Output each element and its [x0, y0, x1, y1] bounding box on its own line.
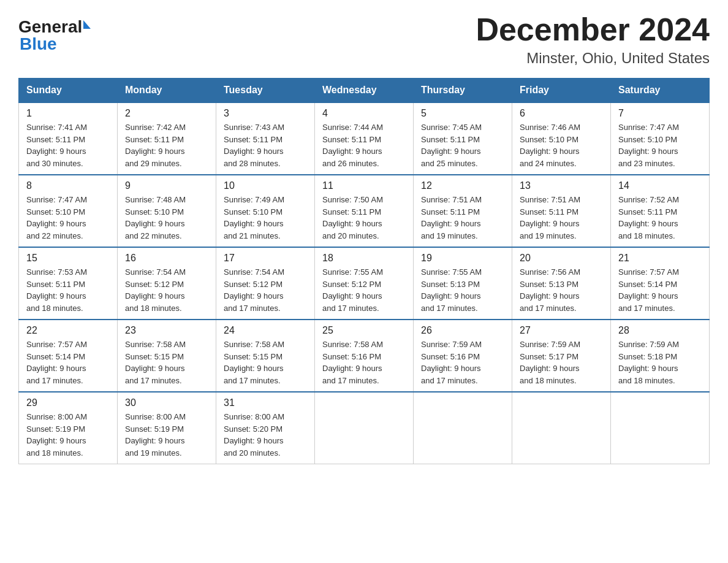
table-row: 30Sunrise: 8:00 AMSunset: 5:19 PMDayligh… — [118, 392, 216, 464]
table-row: 2Sunrise: 7:42 AMSunset: 5:11 PMDaylight… — [118, 102, 216, 175]
day-number: 30 — [125, 397, 208, 408]
day-number: 8 — [26, 180, 110, 191]
location-title: Minster, Ohio, United States — [476, 50, 710, 67]
table-row: 27Sunrise: 7:59 AMSunset: 5:17 PMDayligh… — [512, 320, 611, 392]
day-info: Sunrise: 7:55 AMSunset: 5:13 PMDaylight:… — [421, 266, 504, 314]
table-row: 21Sunrise: 7:57 AMSunset: 5:14 PMDayligh… — [611, 247, 710, 320]
table-row: 13Sunrise: 7:51 AMSunset: 5:11 PMDayligh… — [512, 175, 611, 247]
table-row: 22Sunrise: 7:57 AMSunset: 5:14 PMDayligh… — [19, 320, 118, 392]
day-number: 24 — [224, 325, 307, 336]
title-area: December 2024 Minster, Ohio, United Stat… — [476, 12, 710, 67]
day-info: Sunrise: 7:47 AMSunset: 5:10 PMDaylight:… — [618, 121, 702, 169]
table-row: 26Sunrise: 7:59 AMSunset: 5:16 PMDayligh… — [414, 320, 512, 392]
table-row: 20Sunrise: 7:56 AMSunset: 5:13 PMDayligh… — [512, 247, 611, 320]
calendar-week-row: 15Sunrise: 7:53 AMSunset: 5:11 PMDayligh… — [19, 247, 710, 320]
table-row — [315, 392, 414, 464]
day-info: Sunrise: 7:44 AMSunset: 5:11 PMDaylight:… — [322, 121, 406, 169]
header-friday: Friday — [512, 79, 611, 103]
day-info: Sunrise: 7:41 AMSunset: 5:11 PMDaylight:… — [26, 121, 110, 169]
table-row: 11Sunrise: 7:50 AMSunset: 5:11 PMDayligh… — [315, 175, 414, 247]
header-saturday: Saturday — [611, 79, 710, 103]
day-number: 22 — [26, 325, 110, 336]
table-row: 31Sunrise: 8:00 AMSunset: 5:20 PMDayligh… — [216, 392, 315, 464]
header-sunday: Sunday — [19, 79, 118, 103]
table-row: 10Sunrise: 7:49 AMSunset: 5:10 PMDayligh… — [216, 175, 315, 247]
header-wednesday: Wednesday — [315, 79, 414, 103]
day-number: 15 — [26, 253, 110, 264]
table-row: 17Sunrise: 7:54 AMSunset: 5:12 PMDayligh… — [216, 247, 315, 320]
table-row — [414, 392, 512, 464]
calendar-header-row: Sunday Monday Tuesday Wednesday Thursday… — [19, 79, 710, 103]
day-number: 2 — [125, 108, 208, 119]
day-info: Sunrise: 7:51 AMSunset: 5:11 PMDaylight:… — [520, 194, 603, 242]
day-number: 18 — [322, 253, 406, 264]
table-row: 23Sunrise: 7:58 AMSunset: 5:15 PMDayligh… — [118, 320, 216, 392]
table-row: 15Sunrise: 7:53 AMSunset: 5:11 PMDayligh… — [19, 247, 118, 320]
table-row: 18Sunrise: 7:55 AMSunset: 5:12 PMDayligh… — [315, 247, 414, 320]
day-number: 23 — [125, 325, 208, 336]
day-info: Sunrise: 7:48 AMSunset: 5:10 PMDaylight:… — [125, 194, 208, 242]
table-row: 19Sunrise: 7:55 AMSunset: 5:13 PMDayligh… — [414, 247, 512, 320]
table-row: 1Sunrise: 7:41 AMSunset: 5:11 PMDaylight… — [19, 102, 118, 175]
day-number: 9 — [125, 180, 208, 191]
logo-blue: Blue — [20, 34, 57, 54]
table-row — [611, 392, 710, 464]
day-info: Sunrise: 7:51 AMSunset: 5:11 PMDaylight:… — [421, 194, 504, 242]
day-number: 3 — [224, 108, 307, 119]
header-thursday: Thursday — [414, 79, 512, 103]
table-row: 16Sunrise: 7:54 AMSunset: 5:12 PMDayligh… — [118, 247, 216, 320]
day-info: Sunrise: 7:45 AMSunset: 5:11 PMDaylight:… — [421, 121, 504, 169]
table-row: 7Sunrise: 7:47 AMSunset: 5:10 PMDaylight… — [611, 102, 710, 175]
table-row: 6Sunrise: 7:46 AMSunset: 5:10 PMDaylight… — [512, 102, 611, 175]
table-row: 25Sunrise: 7:58 AMSunset: 5:16 PMDayligh… — [315, 320, 414, 392]
day-number: 5 — [421, 108, 504, 119]
calendar-week-row: 29Sunrise: 8:00 AMSunset: 5:19 PMDayligh… — [19, 392, 710, 464]
day-info: Sunrise: 7:57 AMSunset: 5:14 PMDaylight:… — [618, 266, 702, 314]
page-header: General Blue December 2024 Minster, Ohio… — [18, 12, 710, 67]
day-number: 16 — [125, 253, 208, 264]
day-info: Sunrise: 7:49 AMSunset: 5:10 PMDaylight:… — [224, 194, 307, 242]
day-number: 27 — [520, 325, 603, 336]
logo: General Blue — [18, 17, 91, 54]
day-number: 19 — [421, 253, 504, 264]
day-number: 29 — [26, 397, 110, 408]
day-number: 12 — [421, 180, 504, 191]
day-number: 17 — [224, 253, 307, 264]
calendar-table: Sunday Monday Tuesday Wednesday Thursday… — [18, 78, 710, 464]
day-info: Sunrise: 7:55 AMSunset: 5:12 PMDaylight:… — [322, 266, 406, 314]
day-number: 31 — [224, 397, 307, 408]
table-row: 14Sunrise: 7:52 AMSunset: 5:11 PMDayligh… — [611, 175, 710, 247]
table-row: 8Sunrise: 7:47 AMSunset: 5:10 PMDaylight… — [19, 175, 118, 247]
day-info: Sunrise: 7:54 AMSunset: 5:12 PMDaylight:… — [224, 266, 307, 314]
logo-arrow-icon — [83, 20, 91, 29]
day-number: 28 — [618, 325, 702, 336]
day-number: 13 — [520, 180, 603, 191]
day-number: 20 — [520, 253, 603, 264]
day-info: Sunrise: 8:00 AMSunset: 5:19 PMDaylight:… — [125, 411, 208, 459]
table-row: 24Sunrise: 7:58 AMSunset: 5:15 PMDayligh… — [216, 320, 315, 392]
day-info: Sunrise: 7:59 AMSunset: 5:18 PMDaylight:… — [618, 339, 702, 386]
day-info: Sunrise: 7:59 AMSunset: 5:16 PMDaylight:… — [421, 339, 504, 386]
day-info: Sunrise: 7:43 AMSunset: 5:11 PMDaylight:… — [224, 121, 307, 169]
table-row: 12Sunrise: 7:51 AMSunset: 5:11 PMDayligh… — [414, 175, 512, 247]
table-row: 29Sunrise: 8:00 AMSunset: 5:19 PMDayligh… — [19, 392, 118, 464]
day-info: Sunrise: 7:54 AMSunset: 5:12 PMDaylight:… — [125, 266, 208, 314]
table-row: 9Sunrise: 7:48 AMSunset: 5:10 PMDaylight… — [118, 175, 216, 247]
day-info: Sunrise: 7:52 AMSunset: 5:11 PMDaylight:… — [618, 194, 702, 242]
day-info: Sunrise: 7:56 AMSunset: 5:13 PMDaylight:… — [520, 266, 603, 314]
table-row — [512, 392, 611, 464]
day-number: 26 — [421, 325, 504, 336]
day-info: Sunrise: 7:46 AMSunset: 5:10 PMDaylight:… — [520, 121, 603, 169]
calendar-week-row: 22Sunrise: 7:57 AMSunset: 5:14 PMDayligh… — [19, 320, 710, 392]
table-row: 3Sunrise: 7:43 AMSunset: 5:11 PMDaylight… — [216, 102, 315, 175]
header-monday: Monday — [118, 79, 216, 103]
day-info: Sunrise: 8:00 AMSunset: 5:20 PMDaylight:… — [224, 411, 307, 459]
table-row: 5Sunrise: 7:45 AMSunset: 5:11 PMDaylight… — [414, 102, 512, 175]
day-number: 10 — [224, 180, 307, 191]
calendar-week-row: 1Sunrise: 7:41 AMSunset: 5:11 PMDaylight… — [19, 102, 710, 175]
day-info: Sunrise: 7:42 AMSunset: 5:11 PMDaylight:… — [125, 121, 208, 169]
day-info: Sunrise: 7:53 AMSunset: 5:11 PMDaylight:… — [26, 266, 110, 314]
header-tuesday: Tuesday — [216, 79, 315, 103]
day-number: 21 — [618, 253, 702, 264]
day-info: Sunrise: 7:47 AMSunset: 5:10 PMDaylight:… — [26, 194, 110, 242]
